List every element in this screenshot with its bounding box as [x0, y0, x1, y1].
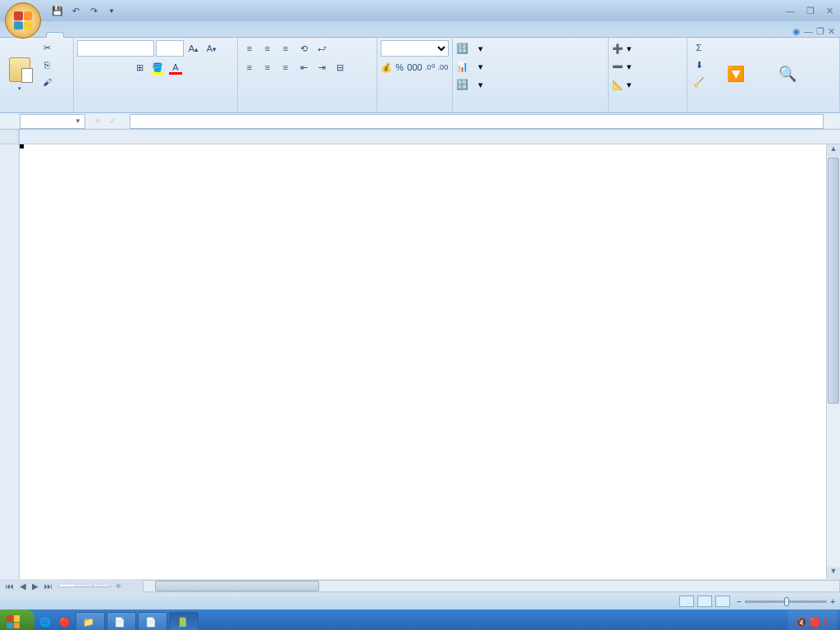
- sheet-tab-1[interactable]: [58, 585, 76, 587]
- tab-formulas[interactable]: [102, 33, 118, 37]
- office-button[interactable]: [5, 2, 41, 39]
- sheet-nav-last-icon[interactable]: ⏭: [42, 582, 55, 591]
- find-select-button[interactable]: 🔍: [765, 39, 810, 110]
- formula-bar: ▼ ✕ ✓: [0, 113, 840, 130]
- tray-icon-3[interactable]: K: [823, 618, 829, 627]
- fill-icon[interactable]: ⬇: [691, 57, 707, 73]
- shrink-font-icon[interactable]: A▾: [203, 40, 220, 57]
- cut-icon[interactable]: ✂: [39, 39, 55, 56]
- zoom-in-button[interactable]: +: [830, 597, 835, 606]
- font-size-combo[interactable]: [156, 40, 184, 57]
- grow-font-icon[interactable]: A▴: [185, 40, 202, 57]
- qat-more-icon[interactable]: ▼: [103, 2, 120, 19]
- comma-icon[interactable]: 000: [407, 59, 422, 75]
- fill-color-icon[interactable]: 🪣: [149, 59, 166, 75]
- tab-insert[interactable]: [66, 33, 82, 37]
- group-styles-label: [456, 110, 605, 111]
- tab-view[interactable]: [156, 33, 172, 37]
- worksheet-grid: ▲▼: [0, 130, 840, 579]
- font-color-icon[interactable]: A: [167, 59, 184, 75]
- sheet-tab-3[interactable]: [93, 585, 111, 587]
- sheet-nav-first-icon[interactable]: ⏮: [3, 582, 16, 591]
- save-icon[interactable]: 💾: [49, 2, 66, 19]
- doc-minimize-button[interactable]: —: [804, 26, 813, 37]
- group-clipboard-label: [3, 110, 70, 111]
- help-icon[interactable]: ◉: [792, 26, 801, 37]
- undo-icon[interactable]: ↶: [67, 2, 84, 19]
- paste-button[interactable]: ▾: [3, 39, 36, 110]
- group-cells-label: [612, 110, 683, 111]
- orientation-icon[interactable]: ⟲: [295, 40, 312, 57]
- active-cell-cursor: [20, 144, 23, 148]
- underline-button[interactable]: [113, 59, 130, 75]
- tab-page-layout[interactable]: [84, 33, 100, 37]
- doc-close-button[interactable]: ✕: [828, 26, 835, 37]
- tray-icon-2[interactable]: 🟥: [810, 618, 819, 627]
- number-format-combo[interactable]: [381, 40, 449, 57]
- redo-icon[interactable]: ↷: [85, 2, 102, 19]
- align-right-icon[interactable]: ≡: [277, 59, 294, 75]
- taskbar-item-folder[interactable]: 📁: [75, 612, 105, 630]
- bold-button[interactable]: [77, 59, 94, 75]
- close-button[interactable]: ✕: [823, 4, 837, 18]
- sheet-nav-prev-icon[interactable]: ◀: [17, 582, 29, 591]
- font-name-combo[interactable]: [77, 40, 154, 57]
- borders-icon[interactable]: ⊞: [131, 59, 148, 75]
- taskbar-item-word1[interactable]: 📄: [107, 612, 136, 630]
- view-layout-icon[interactable]: [697, 596, 712, 607]
- autosum-icon[interactable]: Σ: [691, 39, 707, 56]
- maximize-button[interactable]: ❐: [803, 4, 818, 18]
- align-top-icon[interactable]: ≡: [241, 40, 258, 57]
- cell-styles-button[interactable]: 🔡 ▾: [456, 75, 605, 94]
- formula-input[interactable]: [130, 114, 824, 129]
- cancel-formula-icon[interactable]: ✕: [92, 116, 103, 126]
- quicklaunch-chrome-icon[interactable]: 🌐: [36, 613, 54, 630]
- format-painter-icon[interactable]: 🖌: [39, 74, 55, 90]
- sort-filter-button[interactable]: 🔽: [710, 39, 762, 110]
- doc-restore-button[interactable]: ❐: [816, 26, 824, 37]
- increase-decimal-icon[interactable]: .0⁰: [424, 59, 436, 75]
- taskbar-item-word2[interactable]: 📄: [138, 612, 167, 630]
- delete-cells-button[interactable]: ➖▾: [612, 57, 683, 75]
- align-bottom-icon[interactable]: ≡: [277, 40, 294, 57]
- format-as-table-button[interactable]: 📊 ▾: [456, 57, 605, 75]
- merge-icon[interactable]: ⊟: [331, 59, 348, 75]
- tab-home[interactable]: [46, 32, 64, 38]
- currency-icon[interactable]: 💰: [381, 59, 392, 75]
- enter-formula-icon[interactable]: ✓: [107, 116, 118, 126]
- zoom-slider[interactable]: [745, 600, 827, 603]
- decrease-decimal-icon[interactable]: .00: [437, 59, 449, 75]
- wrap-text-icon[interactable]: ⮐: [313, 40, 330, 57]
- sheet-nav-next-icon[interactable]: ▶: [30, 582, 41, 591]
- percent-icon[interactable]: %: [394, 59, 405, 75]
- align-left-icon[interactable]: ≡: [241, 59, 258, 75]
- tab-data[interactable]: [120, 33, 136, 37]
- tray-icon-1[interactable]: 🔇: [797, 618, 806, 627]
- italic-button[interactable]: [95, 59, 112, 75]
- sheet-tab-2[interactable]: [75, 585, 94, 587]
- minimize-button[interactable]: —: [783, 4, 798, 18]
- view-normal-icon[interactable]: [679, 596, 694, 607]
- decrease-indent-icon[interactable]: ⇤: [295, 59, 312, 75]
- clear-icon[interactable]: 🧹: [691, 74, 707, 90]
- select-all-corner[interactable]: [0, 130, 19, 144]
- start-button[interactable]: [0, 609, 34, 630]
- tab-review[interactable]: [138, 33, 154, 37]
- conditional-format-button[interactable]: 🔢 ▾: [456, 39, 605, 57]
- vertical-scrollbar[interactable]: ▲▼: [826, 144, 840, 579]
- align-middle-icon[interactable]: ≡: [259, 40, 276, 57]
- status-bar: − +: [0, 593, 840, 609]
- quicklaunch-opera-icon[interactable]: 🔴: [56, 613, 74, 630]
- view-pagebreak-icon[interactable]: [715, 596, 730, 607]
- copy-icon[interactable]: ⎘: [39, 57, 55, 73]
- align-center-icon[interactable]: ≡: [259, 59, 276, 75]
- taskbar-item-excel[interactable]: 📗: [169, 612, 199, 630]
- name-box[interactable]: ▼: [20, 114, 85, 129]
- format-cells-button[interactable]: 📐▾: [612, 75, 683, 94]
- horizontal-scrollbar[interactable]: [143, 580, 840, 592]
- increase-indent-icon[interactable]: ⇥: [313, 59, 330, 75]
- insert-cells-button[interactable]: ➕▾: [612, 39, 683, 57]
- zoom-out-button[interactable]: −: [737, 597, 742, 606]
- group-font-label: [77, 110, 234, 111]
- new-sheet-icon[interactable]: ✧: [110, 582, 126, 591]
